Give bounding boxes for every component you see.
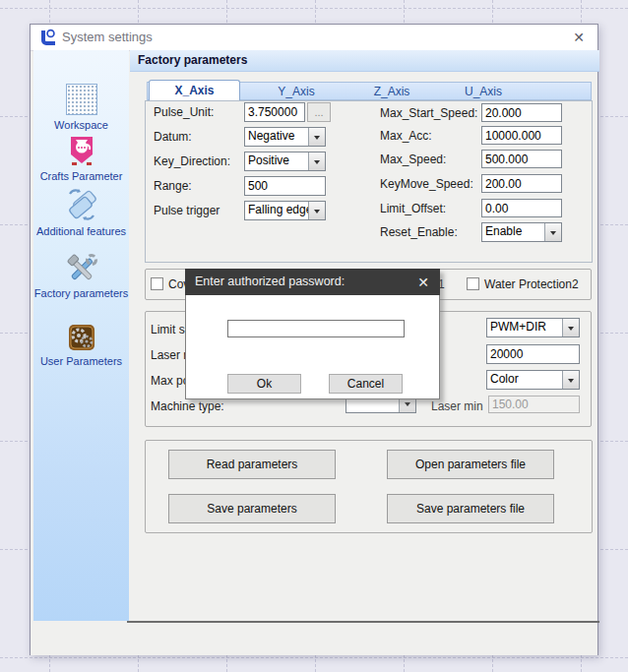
read-parameters-button[interactable]: Read parameters: [168, 450, 336, 479]
machine-type-label: Machine type:: [151, 398, 224, 414]
sidebar-item-additional-features[interactable]: Additional features: [33, 188, 129, 238]
water-protection2-label: Water Protection2: [484, 275, 579, 294]
reset-enable-label: Reset_Enable:: [380, 222, 458, 242]
tab-y-axis[interactable]: Y_Axis: [252, 83, 341, 100]
sidebar-item-factory-parameters[interactable]: Factory parameters: [33, 254, 129, 300]
dropdown-arrow-icon: [562, 319, 579, 336]
grid-line: [0, 8, 628, 9]
datum-label: Datum:: [154, 127, 192, 147]
save-parameters-button[interactable]: Save parameters: [168, 494, 336, 523]
dropdown-arrow-icon: [308, 202, 325, 219]
sidebar-item-label: Crafts Parameter: [33, 170, 129, 183]
app-logo-icon: [39, 29, 57, 46]
password-dialog-body: Ok Cancel: [185, 295, 440, 399]
desktop-canvas: System settings ✕ Workspace Crafts Param…: [0, 0, 628, 672]
max-start-speed-label: Max_Start_Speed:: [380, 103, 477, 123]
ok-button[interactable]: Ok: [227, 374, 301, 394]
crafts-parameter-icon: [68, 135, 95, 166]
dropdown-arrow-icon: [544, 223, 561, 241]
window-title: System settings: [62, 30, 153, 44]
sidebar: Workspace Crafts Parameter: [33, 50, 129, 621]
max-power-input[interactable]: [486, 344, 580, 364]
reset-enable-select[interactable]: Enable: [481, 222, 562, 242]
user-parameters-icon: [68, 324, 95, 351]
keymove-speed-label: KeyMove_Speed:: [380, 174, 473, 194]
max-speed-label: Max_Speed:: [380, 150, 446, 169]
cancel-button[interactable]: Cancel: [329, 374, 403, 394]
key-direction-label: Key_Direction:: [154, 152, 230, 171]
key-direction-select[interactable]: Positive: [244, 152, 326, 171]
pulse-unit-more-button[interactable]: ...: [307, 102, 331, 122]
window-close-button[interactable]: ✕: [568, 28, 590, 47]
pulse-unit-input[interactable]: [244, 102, 305, 122]
grid-line: [0, 657, 628, 658]
limit-offset-input[interactable]: [481, 199, 562, 217]
max-acc-input[interactable]: [481, 126, 562, 145]
max-speed-input[interactable]: [481, 150, 562, 168]
max-start-speed-input[interactable]: [481, 103, 562, 122]
limit-offset-label: Limit_Offset:: [380, 199, 446, 218]
sidebar-item-crafts-parameter[interactable]: Crafts Parameter: [33, 135, 129, 183]
workspace-grid-icon: [66, 84, 97, 115]
sidebar-item-workspace[interactable]: Workspace: [33, 84, 129, 132]
laser-min-dist-label: Laser min dist: [431, 398, 485, 414]
additional-features-icon: [64, 188, 99, 221]
window-bottom-strip: [31, 623, 597, 655]
section-header: Factory parameters: [130, 50, 599, 72]
pulse-unit-label: Pulse_Unit:: [154, 102, 214, 122]
max-acc-label: Max_Acc:: [380, 126, 432, 146]
tab-z-axis[interactable]: Z_Axis: [347, 83, 436, 100]
sidebar-item-user-parameters[interactable]: User Parameters: [33, 324, 129, 368]
laser-mode-select[interactable]: PWM+DIR: [486, 318, 580, 337]
dropdown-arrow-icon: [308, 153, 325, 170]
pulse-trigger-label: Pulse trigger: [154, 201, 220, 220]
color-select[interactable]: Color: [486, 370, 580, 390]
dialog-close-button[interactable]: ✕: [413, 273, 433, 292]
tab-x-axis[interactable]: X_Axis: [149, 80, 240, 100]
keymove-speed-input[interactable]: [481, 174, 562, 193]
password-input[interactable]: [227, 320, 405, 337]
sidebar-item-label: Additional features: [33, 225, 129, 238]
tab-u-axis[interactable]: U_Axis: [439, 83, 528, 100]
cover-protection-checkbox[interactable]: [151, 277, 163, 290]
sidebar-item-label: Workspace: [33, 119, 129, 132]
laser-min-dist-input: [488, 396, 580, 413]
open-parameters-file-button[interactable]: Open parameters file: [387, 450, 554, 479]
save-parameters-file-button[interactable]: Save parameters file: [387, 494, 554, 523]
dropdown-arrow-icon: [308, 128, 325, 146]
sidebar-item-label: Factory parameters: [33, 287, 129, 300]
range-input[interactable]: [244, 176, 326, 196]
range-label: Range:: [154, 176, 192, 196]
password-dialog-titlebar[interactable]: Enter authorized password: ✕: [185, 269, 440, 295]
password-dialog-title: Enter authorized password:: [195, 275, 345, 288]
sidebar-item-label: User Parameters: [33, 355, 129, 368]
window-titlebar[interactable]: System settings ✕: [31, 25, 597, 51]
section-title: Factory parameters: [138, 53, 247, 67]
datum-select[interactable]: Negative: [244, 127, 326, 147]
password-dialog: Enter authorized password: ✕ Ok Cancel: [185, 269, 440, 399]
factory-parameters-icon: [66, 254, 97, 283]
pulse-trigger-select[interactable]: Falling edge: [244, 201, 326, 220]
dropdown-arrow-icon: [562, 371, 579, 389]
water-protection2-checkbox[interactable]: [467, 277, 479, 290]
